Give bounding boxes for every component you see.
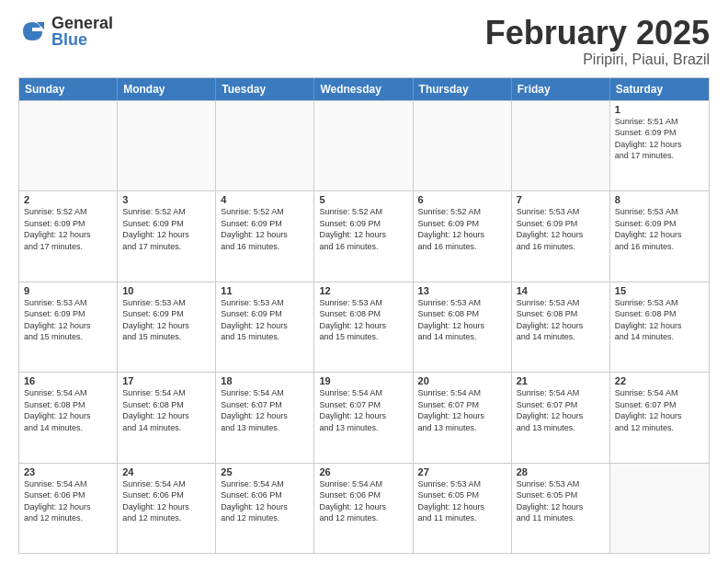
day-info: Sunrise: 5:53 AMSunset: 6:05 PMDaylight:… bbox=[517, 478, 605, 524]
calendar-row: 9Sunrise: 5:53 AMSunset: 6:09 PMDaylight… bbox=[19, 282, 709, 372]
calendar-cell: 25Sunrise: 5:54 AMSunset: 6:06 PMDayligh… bbox=[216, 464, 314, 553]
day-info: Sunrise: 5:54 AMSunset: 6:07 PMDaylight:… bbox=[615, 387, 704, 433]
cal-header-cell: Friday bbox=[512, 78, 610, 100]
day-number: 25 bbox=[221, 466, 309, 477]
day-number: 3 bbox=[122, 194, 210, 205]
day-number: 9 bbox=[24, 285, 112, 296]
calendar-cell bbox=[610, 464, 709, 553]
day-info: Sunrise: 5:54 AMSunset: 6:08 PMDaylight:… bbox=[24, 387, 112, 433]
calendar: SundayMondayTuesdayWednesdayThursdayFrid… bbox=[18, 77, 710, 554]
day-number: 2 bbox=[24, 194, 112, 205]
calendar-row: 16Sunrise: 5:54 AMSunset: 6:08 PMDayligh… bbox=[19, 372, 709, 462]
day-number: 23 bbox=[24, 466, 112, 477]
calendar-cell bbox=[19, 101, 118, 190]
day-info: Sunrise: 5:53 AMSunset: 6:08 PMDaylight:… bbox=[615, 297, 704, 343]
cal-header-cell: Monday bbox=[118, 78, 216, 100]
calendar-cell: 17Sunrise: 5:54 AMSunset: 6:08 PMDayligh… bbox=[118, 373, 216, 462]
day-info: Sunrise: 5:52 AMSunset: 6:09 PMDaylight:… bbox=[319, 206, 407, 252]
day-info: Sunrise: 5:53 AMSunset: 6:09 PMDaylight:… bbox=[122, 297, 210, 343]
calendar-cell: 14Sunrise: 5:53 AMSunset: 6:08 PMDayligh… bbox=[512, 282, 610, 372]
calendar-row: 2Sunrise: 5:52 AMSunset: 6:09 PMDaylight… bbox=[19, 190, 709, 281]
calendar-row: 23Sunrise: 5:54 AMSunset: 6:06 PMDayligh… bbox=[19, 463, 709, 553]
day-info: Sunrise: 5:53 AMSunset: 6:05 PMDaylight:… bbox=[418, 478, 506, 524]
day-number: 6 bbox=[418, 194, 506, 205]
day-number: 22 bbox=[615, 375, 704, 386]
calendar-cell: 9Sunrise: 5:53 AMSunset: 6:09 PMDaylight… bbox=[19, 282, 118, 372]
day-number: 8 bbox=[615, 194, 704, 205]
calendar-cell: 12Sunrise: 5:53 AMSunset: 6:08 PMDayligh… bbox=[314, 282, 413, 372]
day-info: Sunrise: 5:54 AMSunset: 6:06 PMDaylight:… bbox=[319, 478, 407, 524]
calendar-cell: 2Sunrise: 5:52 AMSunset: 6:09 PMDaylight… bbox=[19, 191, 118, 281]
day-number: 7 bbox=[517, 194, 605, 205]
cal-header-cell: Saturday bbox=[610, 78, 709, 100]
day-number: 16 bbox=[24, 375, 112, 386]
day-info: Sunrise: 5:52 AMSunset: 6:09 PMDaylight:… bbox=[122, 206, 210, 252]
calendar-cell: 18Sunrise: 5:54 AMSunset: 6:07 PMDayligh… bbox=[216, 373, 314, 462]
day-number: 14 bbox=[517, 285, 605, 296]
calendar-cell: 21Sunrise: 5:54 AMSunset: 6:07 PMDayligh… bbox=[512, 373, 610, 462]
day-number: 15 bbox=[615, 285, 704, 296]
day-info: Sunrise: 5:52 AMSunset: 6:09 PMDaylight:… bbox=[221, 206, 309, 252]
day-info: Sunrise: 5:53 AMSunset: 6:08 PMDaylight:… bbox=[319, 297, 407, 343]
day-number: 13 bbox=[418, 285, 506, 296]
day-number: 4 bbox=[221, 194, 309, 205]
header: General Blue February 2025 Piripiri, Pia… bbox=[18, 15, 710, 68]
day-number: 27 bbox=[418, 466, 506, 477]
day-number: 1 bbox=[615, 104, 704, 115]
day-number: 20 bbox=[418, 375, 506, 386]
calendar-cell: 23Sunrise: 5:54 AMSunset: 6:06 PMDayligh… bbox=[19, 464, 118, 553]
day-info: Sunrise: 5:54 AMSunset: 6:06 PMDaylight:… bbox=[221, 478, 309, 524]
calendar-cell bbox=[216, 101, 314, 190]
day-number: 26 bbox=[319, 466, 407, 477]
day-number: 18 bbox=[221, 375, 309, 386]
cal-header-cell: Sunday bbox=[19, 78, 118, 100]
calendar-cell: 27Sunrise: 5:53 AMSunset: 6:05 PMDayligh… bbox=[414, 464, 512, 553]
calendar-cell: 10Sunrise: 5:53 AMSunset: 6:09 PMDayligh… bbox=[118, 282, 216, 372]
calendar-cell: 20Sunrise: 5:54 AMSunset: 6:07 PMDayligh… bbox=[414, 373, 512, 462]
calendar-cell: 8Sunrise: 5:53 AMSunset: 6:09 PMDaylight… bbox=[610, 191, 709, 281]
day-number: 17 bbox=[122, 375, 210, 386]
calendar-cell: 28Sunrise: 5:53 AMSunset: 6:05 PMDayligh… bbox=[512, 464, 610, 553]
page: General Blue February 2025 Piripiri, Pia… bbox=[0, 0, 728, 563]
calendar-cell bbox=[414, 101, 512, 190]
day-info: Sunrise: 5:54 AMSunset: 6:07 PMDaylight:… bbox=[517, 387, 605, 433]
day-info: Sunrise: 5:51 AMSunset: 6:09 PMDaylight:… bbox=[615, 116, 704, 162]
calendar-title: February 2025 bbox=[485, 15, 710, 52]
logo-icon bbox=[18, 17, 46, 45]
day-info: Sunrise: 5:54 AMSunset: 6:07 PMDaylight:… bbox=[418, 387, 506, 433]
day-info: Sunrise: 5:53 AMSunset: 6:09 PMDaylight:… bbox=[221, 297, 309, 343]
calendar-cell: 6Sunrise: 5:52 AMSunset: 6:09 PMDaylight… bbox=[414, 191, 512, 281]
day-info: Sunrise: 5:54 AMSunset: 6:07 PMDaylight:… bbox=[319, 387, 407, 433]
calendar-cell: 15Sunrise: 5:53 AMSunset: 6:08 PMDayligh… bbox=[610, 282, 709, 372]
calendar-cell bbox=[314, 101, 413, 190]
logo: General Blue bbox=[18, 15, 113, 48]
calendar-body: 1Sunrise: 5:51 AMSunset: 6:09 PMDaylight… bbox=[19, 100, 709, 553]
day-number: 24 bbox=[122, 466, 210, 477]
calendar-cell: 4Sunrise: 5:52 AMSunset: 6:09 PMDaylight… bbox=[216, 191, 314, 281]
calendar-cell: 7Sunrise: 5:53 AMSunset: 6:09 PMDaylight… bbox=[512, 191, 610, 281]
day-number: 5 bbox=[319, 194, 407, 205]
calendar-cell bbox=[512, 101, 610, 190]
calendar-cell: 1Sunrise: 5:51 AMSunset: 6:09 PMDaylight… bbox=[610, 101, 709, 190]
title-block: February 2025 Piripiri, Piaui, Brazil bbox=[485, 15, 710, 68]
calendar-row: 1Sunrise: 5:51 AMSunset: 6:09 PMDaylight… bbox=[19, 100, 709, 190]
cal-header-cell: Tuesday bbox=[216, 78, 314, 100]
day-number: 12 bbox=[319, 285, 407, 296]
day-info: Sunrise: 5:53 AMSunset: 6:08 PMDaylight:… bbox=[517, 297, 605, 343]
day-info: Sunrise: 5:54 AMSunset: 6:07 PMDaylight:… bbox=[221, 387, 309, 433]
day-info: Sunrise: 5:54 AMSunset: 6:06 PMDaylight:… bbox=[122, 478, 210, 524]
calendar-cell bbox=[118, 101, 216, 190]
calendar-header-row: SundayMondayTuesdayWednesdayThursdayFrid… bbox=[19, 78, 709, 100]
day-info: Sunrise: 5:53 AMSunset: 6:08 PMDaylight:… bbox=[418, 297, 506, 343]
logo-text: General Blue bbox=[51, 15, 113, 48]
calendar-cell: 26Sunrise: 5:54 AMSunset: 6:06 PMDayligh… bbox=[314, 464, 413, 553]
calendar-cell: 19Sunrise: 5:54 AMSunset: 6:07 PMDayligh… bbox=[314, 373, 413, 462]
day-info: Sunrise: 5:54 AMSunset: 6:08 PMDaylight:… bbox=[122, 387, 210, 433]
calendar-subtitle: Piripiri, Piaui, Brazil bbox=[485, 52, 710, 68]
cal-header-cell: Wednesday bbox=[314, 78, 413, 100]
day-info: Sunrise: 5:52 AMSunset: 6:09 PMDaylight:… bbox=[24, 206, 112, 252]
day-info: Sunrise: 5:53 AMSunset: 6:09 PMDaylight:… bbox=[517, 206, 605, 252]
calendar-cell: 11Sunrise: 5:53 AMSunset: 6:09 PMDayligh… bbox=[216, 282, 314, 372]
calendar-cell: 3Sunrise: 5:52 AMSunset: 6:09 PMDaylight… bbox=[118, 191, 216, 281]
day-info: Sunrise: 5:53 AMSunset: 6:09 PMDaylight:… bbox=[615, 206, 704, 252]
